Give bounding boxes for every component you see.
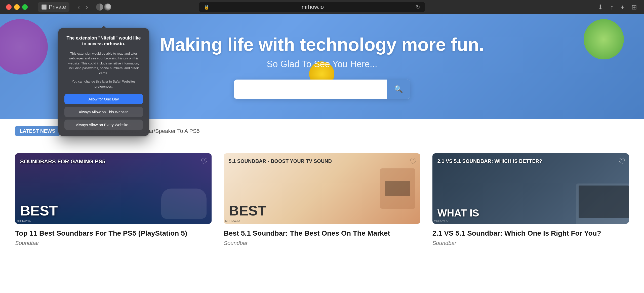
hero-title-text: M bbox=[160, 34, 175, 55]
content-area: The extension "Nitefall" would like to a… bbox=[0, 14, 644, 293]
article-image-soundbar: 5.1 SOUNDBAR - BOOST YOUR TV SOUND BEST … bbox=[224, 153, 420, 224]
latest-news-badge: LATEST NEWS bbox=[15, 126, 60, 136]
article-image-laptop: 2.1 VS 5.1 SOUNDBAR: WHICH IS BETTER? WH… bbox=[432, 153, 629, 224]
private-tab[interactable]: ⬜ Private bbox=[38, 2, 69, 12]
browser-window: ⬜ Private ‹ › 🔒 mrhow.io ↻ ⬇ ↑ + ⊞ T bbox=[0, 0, 644, 293]
back-button[interactable]: ‹ bbox=[75, 2, 82, 12]
always-allow-all-button[interactable]: Always Allow on Every Website... bbox=[64, 120, 143, 130]
article-title: Top 11 Best Soundbars For The PS5 (PlayS… bbox=[15, 229, 212, 238]
maximize-button[interactable] bbox=[22, 4, 28, 10]
article-image-ps5: SOUNDBARS FOR GAMING PS5 BEST MRHOW.IO bbox=[15, 153, 212, 224]
reload-button[interactable]: ↻ bbox=[416, 4, 420, 10]
url-text: mrhow.io bbox=[212, 4, 413, 10]
article-brand-label: MRHOW.IO bbox=[224, 218, 241, 224]
article-image-wrapper: 5.1 SOUNDBAR - BOOST YOUR TV SOUND BEST … bbox=[224, 153, 420, 224]
tab-area: ⬜ Private bbox=[38, 2, 69, 12]
theme-toggle-circle[interactable] bbox=[104, 4, 111, 11]
traffic-lights bbox=[6, 4, 28, 10]
hero-green-decoration bbox=[584, 19, 624, 59]
theme-toggle-half[interactable] bbox=[96, 4, 103, 11]
download-button[interactable]: ⬇ bbox=[597, 2, 604, 12]
search-input[interactable] bbox=[234, 80, 387, 98]
article-category: Soundbar bbox=[224, 240, 420, 246]
close-button[interactable] bbox=[6, 4, 12, 10]
article-brand-label: MRHOW.IO bbox=[15, 218, 33, 224]
article-card: SOUNDBARS FOR GAMING PS5 BEST MRHOW.IO ♡… bbox=[15, 153, 212, 246]
address-bar[interactable]: 🔒 mrhow.io ↻ bbox=[199, 2, 425, 12]
share-button[interactable]: ↑ bbox=[609, 2, 615, 12]
private-icon: ⬜ bbox=[41, 4, 47, 10]
popup-description: This extension would be able to read and… bbox=[64, 51, 143, 76]
forward-button[interactable]: › bbox=[84, 2, 90, 12]
popup-change-note: You can change this later in Safari Webs… bbox=[64, 79, 143, 89]
hero-subtitle: So Glad To See You Here... bbox=[267, 59, 377, 69]
favorite-button[interactable]: ♡ bbox=[201, 157, 208, 166]
hero-purple-decoration bbox=[0, 19, 48, 75]
minimize-button[interactable] bbox=[14, 4, 20, 10]
popup-title: The extension "Nitefall" would like to a… bbox=[64, 35, 143, 47]
favorite-button[interactable]: ♡ bbox=[410, 157, 417, 166]
article-title: 2.1 VS 5.1 Soundbar: Which One Is Right … bbox=[432, 229, 629, 238]
favorite-button[interactable]: ♡ bbox=[618, 157, 625, 166]
article-image-wrapper: SOUNDBARS FOR GAMING PS5 BEST MRHOW.IO ♡ bbox=[15, 153, 212, 224]
new-tab-button[interactable]: + bbox=[620, 2, 625, 12]
extension-popup: The extension "Nitefall" would like to a… bbox=[58, 28, 149, 136]
search-button[interactable]: 🔍 bbox=[387, 80, 410, 99]
hero-title: Making life with technology more fun. bbox=[160, 34, 484, 55]
grid-button[interactable]: ⊞ bbox=[630, 2, 638, 12]
title-bar: ⬜ Private ‹ › 🔒 mrhow.io ↻ ⬇ ↑ + ⊞ bbox=[0, 0, 644, 14]
article-category: Soundbar bbox=[432, 240, 629, 246]
article-image-wrapper: 2.1 VS 5.1 SOUNDBAR: WHICH IS BETTER? WH… bbox=[432, 153, 629, 224]
lock-icon: 🔒 bbox=[204, 4, 209, 10]
article-category: Soundbar bbox=[15, 240, 212, 246]
nav-buttons: ‹ › bbox=[75, 2, 90, 12]
article-card: 2.1 VS 5.1 SOUNDBAR: WHICH IS BETTER? WH… bbox=[432, 153, 629, 246]
article-title: Best 5.1 Soundbar: The Best Ones On The … bbox=[224, 229, 420, 238]
search-bar: 🔍 bbox=[234, 80, 410, 99]
card-top-label: SOUNDBARS FOR GAMING PS5 bbox=[20, 158, 207, 165]
article-brand-label: MRHOW.IO bbox=[432, 218, 450, 224]
hero-title-rest: aking life with technology more fun. bbox=[175, 34, 484, 55]
private-tab-label: Private bbox=[49, 4, 66, 10]
articles-grid: SOUNDBARS FOR GAMING PS5 BEST MRHOW.IO ♡… bbox=[0, 143, 644, 257]
allow-one-day-button[interactable]: Allow for One Day bbox=[64, 94, 143, 104]
always-allow-site-button[interactable]: Always Allow on This Website bbox=[64, 107, 143, 117]
card-top-label: 2.1 VS 5.1 SOUNDBAR: WHICH IS BETTER? bbox=[437, 158, 624, 164]
toolbar-right: ⬇ ↑ + ⊞ bbox=[597, 2, 638, 12]
card-top-label: 5.1 SOUNDBAR - BOOST YOUR TV SOUND bbox=[229, 158, 415, 164]
article-card: 5.1 SOUNDBAR - BOOST YOUR TV SOUND BEST … bbox=[224, 153, 420, 246]
